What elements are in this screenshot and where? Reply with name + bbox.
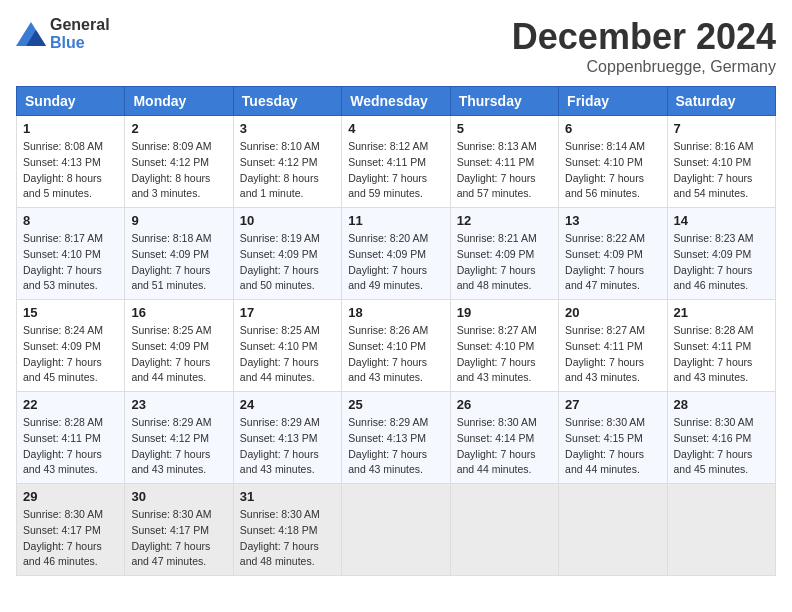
day-info: Sunrise: 8:24 AMSunset: 4:09 PMDaylight:… <box>23 323 118 386</box>
weekday-monday: Monday <box>125 87 233 116</box>
calendar-cell: 4Sunrise: 8:12 AMSunset: 4:11 PMDaylight… <box>342 116 450 208</box>
day-info: Sunrise: 8:30 AMSunset: 4:18 PMDaylight:… <box>240 507 335 570</box>
day-info: Sunrise: 8:29 AMSunset: 4:13 PMDaylight:… <box>348 415 443 478</box>
day-info: Sunrise: 8:29 AMSunset: 4:13 PMDaylight:… <box>240 415 335 478</box>
day-number: 21 <box>674 305 769 320</box>
day-number: 6 <box>565 121 660 136</box>
calendar-cell: 28Sunrise: 8:30 AMSunset: 4:16 PMDayligh… <box>667 392 775 484</box>
day-info: Sunrise: 8:18 AMSunset: 4:09 PMDaylight:… <box>131 231 226 294</box>
calendar-week-2: 8Sunrise: 8:17 AMSunset: 4:10 PMDaylight… <box>17 208 776 300</box>
day-info: Sunrise: 8:09 AMSunset: 4:12 PMDaylight:… <box>131 139 226 202</box>
calendar-week-3: 15Sunrise: 8:24 AMSunset: 4:09 PMDayligh… <box>17 300 776 392</box>
day-info: Sunrise: 8:28 AMSunset: 4:11 PMDaylight:… <box>23 415 118 478</box>
day-number: 8 <box>23 213 118 228</box>
calendar-cell: 27Sunrise: 8:30 AMSunset: 4:15 PMDayligh… <box>559 392 667 484</box>
day-number: 25 <box>348 397 443 412</box>
calendar-cell <box>559 484 667 576</box>
title-area: December 2024 Coppenbruegge, Germany <box>512 16 776 76</box>
day-info: Sunrise: 8:25 AMSunset: 4:09 PMDaylight:… <box>131 323 226 386</box>
day-info: Sunrise: 8:21 AMSunset: 4:09 PMDaylight:… <box>457 231 552 294</box>
calendar-cell: 20Sunrise: 8:27 AMSunset: 4:11 PMDayligh… <box>559 300 667 392</box>
calendar-cell: 7Sunrise: 8:16 AMSunset: 4:10 PMDaylight… <box>667 116 775 208</box>
calendar-cell: 1Sunrise: 8:08 AMSunset: 4:13 PMDaylight… <box>17 116 125 208</box>
day-number: 7 <box>674 121 769 136</box>
day-number: 18 <box>348 305 443 320</box>
day-info: Sunrise: 8:17 AMSunset: 4:10 PMDaylight:… <box>23 231 118 294</box>
day-number: 28 <box>674 397 769 412</box>
calendar-cell: 10Sunrise: 8:19 AMSunset: 4:09 PMDayligh… <box>233 208 341 300</box>
weekday-sunday: Sunday <box>17 87 125 116</box>
day-number: 30 <box>131 489 226 504</box>
calendar-table: SundayMondayTuesdayWednesdayThursdayFrid… <box>16 86 776 576</box>
day-number: 24 <box>240 397 335 412</box>
day-info: Sunrise: 8:13 AMSunset: 4:11 PMDaylight:… <box>457 139 552 202</box>
day-number: 22 <box>23 397 118 412</box>
day-info: Sunrise: 8:12 AMSunset: 4:11 PMDaylight:… <box>348 139 443 202</box>
day-info: Sunrise: 8:27 AMSunset: 4:11 PMDaylight:… <box>565 323 660 386</box>
weekday-saturday: Saturday <box>667 87 775 116</box>
day-info: Sunrise: 8:30 AMSunset: 4:17 PMDaylight:… <box>23 507 118 570</box>
day-info: Sunrise: 8:30 AMSunset: 4:17 PMDaylight:… <box>131 507 226 570</box>
day-number: 3 <box>240 121 335 136</box>
day-info: Sunrise: 8:25 AMSunset: 4:10 PMDaylight:… <box>240 323 335 386</box>
calendar-cell: 13Sunrise: 8:22 AMSunset: 4:09 PMDayligh… <box>559 208 667 300</box>
day-number: 11 <box>348 213 443 228</box>
calendar-cell: 26Sunrise: 8:30 AMSunset: 4:14 PMDayligh… <box>450 392 558 484</box>
calendar-week-1: 1Sunrise: 8:08 AMSunset: 4:13 PMDaylight… <box>17 116 776 208</box>
calendar-cell: 19Sunrise: 8:27 AMSunset: 4:10 PMDayligh… <box>450 300 558 392</box>
day-number: 20 <box>565 305 660 320</box>
calendar-cell: 24Sunrise: 8:29 AMSunset: 4:13 PMDayligh… <box>233 392 341 484</box>
day-number: 29 <box>23 489 118 504</box>
day-info: Sunrise: 8:23 AMSunset: 4:09 PMDaylight:… <box>674 231 769 294</box>
calendar-cell: 11Sunrise: 8:20 AMSunset: 4:09 PMDayligh… <box>342 208 450 300</box>
weekday-wednesday: Wednesday <box>342 87 450 116</box>
day-number: 27 <box>565 397 660 412</box>
day-info: Sunrise: 8:26 AMSunset: 4:10 PMDaylight:… <box>348 323 443 386</box>
day-number: 23 <box>131 397 226 412</box>
calendar-cell: 15Sunrise: 8:24 AMSunset: 4:09 PMDayligh… <box>17 300 125 392</box>
day-number: 2 <box>131 121 226 136</box>
calendar-cell: 5Sunrise: 8:13 AMSunset: 4:11 PMDaylight… <box>450 116 558 208</box>
day-number: 9 <box>131 213 226 228</box>
day-number: 1 <box>23 121 118 136</box>
calendar-cell: 21Sunrise: 8:28 AMSunset: 4:11 PMDayligh… <box>667 300 775 392</box>
day-number: 10 <box>240 213 335 228</box>
weekday-thursday: Thursday <box>450 87 558 116</box>
day-number: 12 <box>457 213 552 228</box>
weekday-header: SundayMondayTuesdayWednesdayThursdayFrid… <box>17 87 776 116</box>
calendar-cell: 8Sunrise: 8:17 AMSunset: 4:10 PMDaylight… <box>17 208 125 300</box>
calendar-cell <box>667 484 775 576</box>
logo-blue: Blue <box>50 34 85 51</box>
calendar-cell <box>342 484 450 576</box>
header: General Blue December 2024 Coppenbruegge… <box>16 16 776 76</box>
calendar-cell: 30Sunrise: 8:30 AMSunset: 4:17 PMDayligh… <box>125 484 233 576</box>
day-info: Sunrise: 8:08 AMSunset: 4:13 PMDaylight:… <box>23 139 118 202</box>
calendar-cell: 17Sunrise: 8:25 AMSunset: 4:10 PMDayligh… <box>233 300 341 392</box>
calendar-cell <box>450 484 558 576</box>
logo-icon <box>16 22 46 46</box>
day-number: 14 <box>674 213 769 228</box>
calendar-week-5: 29Sunrise: 8:30 AMSunset: 4:17 PMDayligh… <box>17 484 776 576</box>
day-number: 31 <box>240 489 335 504</box>
calendar-cell: 14Sunrise: 8:23 AMSunset: 4:09 PMDayligh… <box>667 208 775 300</box>
calendar-week-4: 22Sunrise: 8:28 AMSunset: 4:11 PMDayligh… <box>17 392 776 484</box>
day-info: Sunrise: 8:20 AMSunset: 4:09 PMDaylight:… <box>348 231 443 294</box>
day-number: 16 <box>131 305 226 320</box>
calendar-cell: 25Sunrise: 8:29 AMSunset: 4:13 PMDayligh… <box>342 392 450 484</box>
calendar-cell: 3Sunrise: 8:10 AMSunset: 4:12 PMDaylight… <box>233 116 341 208</box>
day-number: 13 <box>565 213 660 228</box>
calendar-cell: 18Sunrise: 8:26 AMSunset: 4:10 PMDayligh… <box>342 300 450 392</box>
month-title: December 2024 <box>512 16 776 58</box>
day-info: Sunrise: 8:19 AMSunset: 4:09 PMDaylight:… <box>240 231 335 294</box>
calendar-cell: 22Sunrise: 8:28 AMSunset: 4:11 PMDayligh… <box>17 392 125 484</box>
calendar-cell: 23Sunrise: 8:29 AMSunset: 4:12 PMDayligh… <box>125 392 233 484</box>
day-info: Sunrise: 8:16 AMSunset: 4:10 PMDaylight:… <box>674 139 769 202</box>
day-info: Sunrise: 8:22 AMSunset: 4:09 PMDaylight:… <box>565 231 660 294</box>
day-info: Sunrise: 8:10 AMSunset: 4:12 PMDaylight:… <box>240 139 335 202</box>
calendar-cell: 12Sunrise: 8:21 AMSunset: 4:09 PMDayligh… <box>450 208 558 300</box>
logo-text: General Blue <box>50 16 110 52</box>
day-number: 4 <box>348 121 443 136</box>
day-number: 19 <box>457 305 552 320</box>
weekday-tuesday: Tuesday <box>233 87 341 116</box>
day-number: 17 <box>240 305 335 320</box>
